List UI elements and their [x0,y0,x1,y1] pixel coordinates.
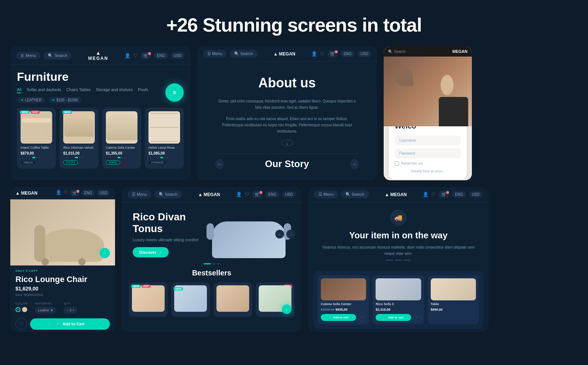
search-btn[interactable]: 🔍 Search [43,52,72,59]
shelf-bar-2 [150,127,178,128]
bestseller-card-4[interactable]: 35% ↓ [256,282,294,317]
delivery-search-btn[interactable]: 🔍 Search [341,191,369,198]
floating-action-btn[interactable]: ≡ [165,83,184,102]
dp-heart-2[interactable]: ♡ [413,313,421,321]
product-card-1[interactable]: NEW HOT Insect Coffee Table $879,00 [17,108,56,169]
table-top [22,118,51,123]
product-card-2[interactable]: NEW Rico Ottoman Velvet $1,015,00 POUFS [60,108,98,169]
bestseller-card-3[interactable] [214,282,252,317]
dp-add-btn-2[interactable]: 🛒 Add to cart [376,314,411,321]
wishlist-btn[interactable]: ♡ [15,318,27,330]
cat-sofas[interactable]: Sofas and daybeds [26,87,61,93]
bs-badge-hot-1: HOT [141,285,151,288]
color-dark[interactable] [15,307,21,312]
about-menu-btn[interactable]: ☰ Menu [203,50,227,58]
delivery-heart-icon[interactable]: ♡ [431,192,436,197]
dp-heart-1[interactable]: ♡ [358,313,366,321]
about-prev-btn[interactable]: ← [215,159,224,169]
product-usd[interactable]: USD [97,190,110,196]
cat-chairs[interactable]: Chairs Tables [66,87,90,93]
username-input[interactable]: Username [395,135,461,145]
filter-price[interactable]: ✕ $100 - $1000 [48,97,82,103]
product-price-3: $1,355,00 [106,151,137,155]
dp-cart-icon-2: 🛒 [383,316,387,319]
cart-btn[interactable]: 🛒 0 [141,52,151,59]
product-lang[interactable]: ENG [82,190,95,196]
about-heart-icon[interactable]: ♡ [320,51,325,57]
scroll-down-btn[interactable]: ↓ [281,140,293,146]
about-lang[interactable]: ENG [341,51,355,57]
filter-leather[interactable]: ✕ LEATHER [17,97,45,103]
qty-stepper[interactable]: − 3 + [64,307,77,314]
ottoman-illustration [64,118,94,137]
hero-usd[interactable]: USD [282,191,296,198]
dp-price-1: $1555,00 $935,00 [321,308,366,311]
dp-new-price-2: $2,315,00 [376,308,390,311]
about-content: About us Donec sed enim consequat, hendr… [197,62,377,180]
hero-prev-btn[interactable]: ← [275,230,284,239]
delivery-user-icon[interactable]: 👤 [423,192,429,197]
currency-btn[interactable]: USD [171,53,184,59]
about-next-btn[interactable]: → [350,159,359,169]
hero-user-icon[interactable]: 👤 [236,192,242,197]
product-name-1: Insect Coffee Table [21,146,52,150]
cat-all[interactable]: All [17,87,21,93]
menu-btn[interactable]: ☰ Menu [16,52,40,59]
color-option: COLOR [15,302,28,314]
about-cart[interactable]: 🛒0 [327,50,338,57]
material-dropdown[interactable]: Leather ▼ [35,307,56,314]
product-heart-nav-icon[interactable]: ♡ [64,190,68,196]
heart-icon[interactable]: ♡ [133,53,138,58]
cart-icon: 🛒 [55,322,61,326]
delivery-dots [319,260,477,261]
product-detail-nav: ▲ MEGAN 👤 ♡ 🛒0 ENG USD [10,187,115,199]
delivery-lang[interactable]: ENG [452,191,466,198]
product-user-icon[interactable]: 👤 [56,190,61,196]
hero-heart-icon[interactable]: ♡ [245,192,249,197]
qty-label: QTY [64,302,77,305]
hero-cart[interactable]: 🛒0 [252,191,262,198]
delivery-usd[interactable]: USD [469,191,483,198]
bestseller-card-2[interactable]: NEW [171,282,210,317]
product-image-area: → [10,199,115,265]
hero-title: Rico Divan Tonus [133,211,208,235]
cat-poufs[interactable]: Poufs [138,87,148,93]
product-cart-btn[interactable]: 🛒0 [70,190,79,196]
about-title: About us [258,75,316,91]
dp-new-price-1: $935,00 [336,308,348,311]
delivery-card-3: Table $890,00 [428,275,479,324]
hero-next-btn[interactable]: → [286,230,295,239]
remember-checkbox[interactable] [395,161,399,166]
dp-cart-icon-1: 🛒 [329,316,332,319]
cat-storage[interactable]: Storage and shelves [96,87,133,93]
about-search-btn[interactable]: 🔍 Search [230,50,258,58]
dp-add-btn-1[interactable]: 🛒 Add to cart [321,314,356,321]
product-price-4: $1,085,00 [148,151,180,155]
product-logo: ▲ MEGAN [15,191,37,196]
lang-btn[interactable]: ENG [154,53,168,59]
teal-float-btn[interactable]: ↓ [282,304,291,314]
nav-scroll-btn[interactable]: → [100,248,110,258]
password-input[interactable]: Password [395,148,461,158]
delivery-cart[interactable]: 🛒0 [439,191,449,198]
delivery-nav-right: 👤 ♡ 🛒0 ENG USD [423,191,483,198]
discover-btn[interactable]: Discover → [133,247,169,257]
login-search-area[interactable]: 🔍 Search [388,50,406,54]
hero-lang[interactable]: ENG [265,191,279,198]
product-card-4[interactable]: Helve Lamp Rose $1,085,00 STORAGE [145,108,184,169]
hero-nav: ☰ Menu 🔍 Search ▲ MEGAN 👤 ♡ 🛒0 ENG USD [122,187,302,202]
user-icon[interactable]: 👤 [125,53,130,58]
bestseller-card-1[interactable]: NEW HOT [129,282,168,317]
dp-price-3: $890,00 [431,308,476,311]
add-to-cart-btn[interactable]: 🛒 Add to Cart [30,318,110,330]
screen-login: 🔍 Search MEGAN Welco Username Password R… [384,46,472,180]
hero-menu-btn[interactable]: ☰ Menu [128,191,151,198]
material-label: MATERIAL [35,302,56,305]
product-card-3[interactable]: Catena Sofa Center $1,355,00 SOFAS [102,108,141,169]
color-cream[interactable] [22,307,27,312]
delivery-dot-2 [395,260,402,261]
about-usd[interactable]: USD [358,51,371,57]
delivery-menu-btn[interactable]: ☰ Menu [314,191,338,198]
hero-search-btn[interactable]: 🔍 Search [154,191,182,198]
about-user-icon[interactable]: 👤 [311,51,317,57]
